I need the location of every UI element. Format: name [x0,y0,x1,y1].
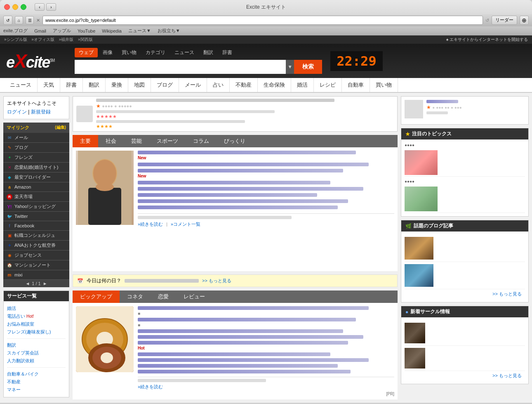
tab-web[interactable]: ウェブ [75,48,98,57]
tab-dictionary[interactable]: 辞書 [218,48,236,57]
tab-translate[interactable]: 翻訳 [199,48,217,57]
tab-pickup[interactable]: ピックアップ [73,291,120,303]
mylinks-yahoo[interactable]: Y! Yahoo!ショッピング [3,202,69,212]
register-link[interactable]: 新規登録 [31,109,51,115]
nav-dictionary[interactable]: 辞書 [60,78,83,92]
kansai-version-link[interactable]: »関西版 [78,37,93,42]
nav-transit[interactable]: 乗換 [106,78,128,92]
tab-column[interactable]: コラム [186,135,217,147]
fukui-version-link[interactable]: »福井版 [59,37,74,42]
mylinks-rakuten[interactable]: R 楽天市場 [3,192,69,202]
maximize-button[interactable] [21,4,26,10]
mylinks-mail[interactable]: ✉ メール [3,133,69,143]
mylinks-mansion[interactable]: 🏠 マンションノート [3,260,69,270]
mylinks-ana[interactable]: ✈ ANAおトクな航空券 [3,241,69,250]
services-marriage[interactable]: 婚活 [7,305,66,312]
mylinks-mixi[interactable]: m mixi [3,270,69,280]
mylinks-twitter[interactable]: 🐦 Twitter [3,212,69,221]
services-advice[interactable]: お悩み相談室 [7,320,66,328]
tab-entertainment[interactable]: 芸能 [124,135,149,147]
bookmark-youtube[interactable]: YouTube [78,28,95,33]
prev-page[interactable]: ◄ [25,281,30,286]
mylinks-blog[interactable]: ✎ ブログ [3,143,69,153]
back-button[interactable]: ‹ [35,3,45,11]
nav-mail[interactable]: メール [179,78,207,92]
login-link[interactable]: ログイン [7,109,27,115]
today-more-link[interactable]: >> もっと見る [202,278,231,284]
services-car[interactable]: 自動車＆バイク [7,370,66,378]
pickup-more-link[interactable]: »続きを読む [138,384,163,389]
news-comment-list-link[interactable]: »コメント一覧 [171,222,200,227]
mylinks-pagination: ◄ 1 / 1 ► [3,280,69,287]
services-translate[interactable]: 翻訳 [7,341,66,349]
nav-insurance[interactable]: 生命保険 [258,78,291,92]
circle-more-link[interactable]: >> もっと見る [405,371,525,380]
blog-more-link[interactable]: >> もっと見る [405,289,525,299]
start-internet-link[interactable]: ♠ エキサイトからインターネットを開始する [446,37,528,43]
today-content-blur [125,279,199,283]
search-button[interactable]: 検索 [294,60,322,74]
tab-main[interactable]: 主要 [73,135,98,147]
services-skype-english[interactable]: スカイプ英会話 [7,349,66,357]
bookmark-excite-blog[interactable]: exite.ブログ [3,28,28,34]
tab-image[interactable]: 画像 [99,48,117,57]
tab-sports[interactable]: スポーツ [149,135,186,147]
tab-love[interactable]: 恋愛 [151,291,176,303]
bookmarks-button[interactable]: ☰ [26,16,34,24]
services-manual-translate[interactable]: 人力翻訳依頼 [7,357,66,365]
nav-marriage[interactable]: 婚活 [291,78,314,92]
tab-surprise[interactable]: びっくり [217,135,253,147]
mylinks-tenshoku[interactable]: ▣ 転職コンシェルジュ [3,231,69,241]
nav-blog[interactable]: ブログ [151,78,179,92]
nav-realestate[interactable]: 不動産 [230,78,258,92]
refresh-icon: ↺ [485,18,489,23]
tab-koneta[interactable]: コネタ [120,291,151,303]
next-page[interactable]: ► [43,281,47,286]
reload-button[interactable]: ↺ [3,16,12,25]
bookmark-apple[interactable]: アップル [53,28,71,34]
tab-shopping[interactable]: 買い物 [118,48,141,57]
nav-recipe[interactable]: レシピ [314,78,342,92]
nav-map[interactable]: 地図 [128,78,151,92]
mylinks-facebook[interactable]: f Facebook [3,221,69,231]
nav-news[interactable]: ニュース [4,78,38,92]
tab-news[interactable]: ニュース [170,48,198,57]
nav-translate[interactable]: 翻訳 [83,78,106,92]
bookmark-useful[interactable]: お役立ち▼ [158,28,180,34]
bookmark-gmail[interactable]: Gmail [34,28,46,33]
home-button[interactable]: ⌂ [15,16,23,24]
tab-category[interactable]: カテゴリ [141,48,169,57]
bookmark-news[interactable]: ニュース▼ [128,28,151,34]
forward-button[interactable]: › [46,3,56,11]
nav-fortune[interactable]: 占い [207,78,230,92]
tab-review[interactable]: レビュー [176,291,212,303]
reader-button[interactable]: リーダー [492,16,517,25]
mylinks-edit[interactable]: (編集) [55,125,66,131]
services-fortune[interactable]: 電話占い Hot! [7,312,66,320]
services-money[interactable]: マネー [7,386,66,394]
pickup-item-8 [138,364,394,368]
address-input[interactable] [42,16,483,25]
simple-version-link[interactable]: »シンプル版 [4,37,27,42]
minimize-button[interactable] [12,4,18,10]
nav-shopping[interactable]: 買い物 [370,78,398,92]
dropdown-arrow[interactable]: ▼ [286,60,294,74]
tab-society[interactable]: 社会 [98,135,124,147]
mylinks-friends[interactable]: ✦ フレンズ [3,153,69,163]
nav-weather[interactable]: 天気 [38,78,60,92]
mylinks-amazon[interactable]: a Amazon [3,182,69,192]
services-friends[interactable]: フレンズ(趣味友探し) [7,328,66,336]
top-news-text-1: ★ ● ●●● ●● ● ●●● [426,100,462,118]
add-bookmark-button[interactable]: ⊕ [520,16,529,25]
close-button[interactable] [4,4,10,10]
services-realestate[interactable]: 不動産 [7,378,66,386]
nav-car[interactable]: 自動車 [342,78,370,92]
mylinks-provider[interactable]: ◆ 最安プロバイダー [3,172,69,182]
mylinks-jobsense[interactable]: ◉ ジョブセンス [3,250,69,260]
search-input[interactable] [75,60,286,74]
bookmark-wikipedia[interactable]: Wikipedia [102,28,122,33]
news-comment-link[interactable]: »続きを読む [138,222,163,227]
mylinks-love[interactable]: ✕ 恋愛結婚(婚活サイト) [3,163,69,172]
office-version-link[interactable]: »オフィス版 [31,37,54,42]
ranking-info: ★ ●●●● ● ●●●●● ★★★★★ ★★★★ [96,99,394,129]
